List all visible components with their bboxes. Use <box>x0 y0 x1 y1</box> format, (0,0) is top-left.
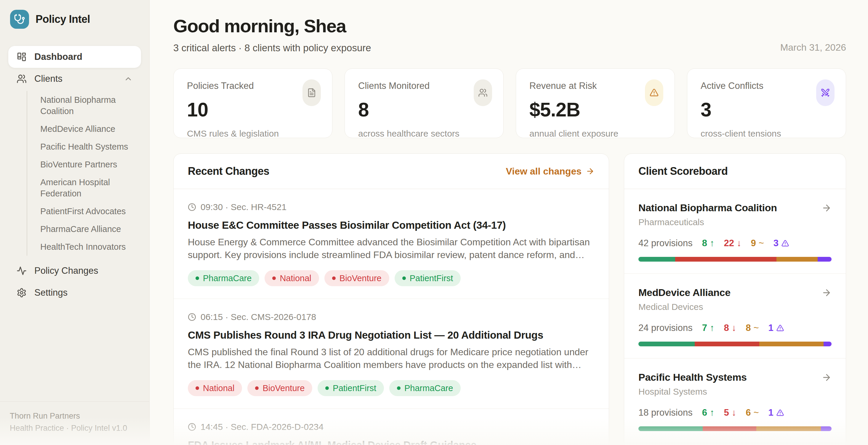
down-arrow-icon: ↓ <box>732 407 737 418</box>
client-name: MedDevice Alliance <box>639 287 731 298</box>
clock-icon <box>188 203 196 211</box>
arrow-right-icon <box>586 167 595 176</box>
tag-dot <box>325 386 329 390</box>
sidebar-client-item[interactable]: MedDevice Alliance <box>40 120 141 138</box>
stat-card: Policies Tracked10CMS rules & legislatio… <box>173 68 332 138</box>
scoreboard-row[interactable]: BioVenture PartnersOncology28 provisions… <box>624 443 846 445</box>
stat-card: Clients Monitored8across healthcare sect… <box>344 68 504 138</box>
stat-neutral: 8~ <box>746 323 759 333</box>
stat-down: 5↓ <box>724 407 736 418</box>
stat-down: 22↓ <box>724 238 741 249</box>
arrow-right-icon[interactable] <box>822 373 832 382</box>
stat-card: Active Conflicts3cross-client tensions <box>687 68 846 138</box>
sidebar: Policy Intel Dashboard Clients National … <box>0 0 150 445</box>
stethoscope-icon <box>10 10 29 29</box>
client-sector: Hospital Systems <box>639 387 832 397</box>
sidebar-client-item[interactable]: National Biopharma Coalition <box>40 91 141 120</box>
brand: Policy Intel <box>8 10 141 29</box>
sidebar-item-label: Dashboard <box>34 52 82 62</box>
stat-label: Revenue at Risk <box>529 81 661 91</box>
down-arrow-icon: ↓ <box>737 238 742 249</box>
sidebar-client-item[interactable]: PharmaCare Alliance <box>40 220 141 238</box>
up-arrow-icon: ↑ <box>710 323 715 333</box>
arrow-right-icon[interactable] <box>822 203 832 213</box>
scoreboard-row[interactable]: Pacific Health SystemsHospital Systems18… <box>624 358 846 443</box>
arrow-right-icon <box>822 203 832 213</box>
change-item[interactable]: 14:45 · Sec. FDA-2026-D-0234FDA Issues L… <box>174 409 609 445</box>
sidebar-item-settings[interactable]: Settings <box>8 282 141 304</box>
scoreboard-row[interactable]: National Biopharma CoalitionPharmaceutic… <box>624 189 846 274</box>
alert-triangle-icon <box>781 240 789 247</box>
changes-list: 09:30 · Sec. HR-4521House E&C Committee … <box>174 189 609 445</box>
client-sector: Medical Devices <box>639 302 832 312</box>
users-icon <box>474 80 492 106</box>
stat-alerts: 1 <box>769 407 784 418</box>
client-tag: PharmaCare <box>389 380 461 396</box>
stat-value: 8 <box>358 98 490 121</box>
provision-breakdown-bar <box>639 257 832 262</box>
client-name: Pacific Health Systems <box>639 372 747 383</box>
stat-caption: cross-client tensions <box>701 129 832 139</box>
stat-value: 10 <box>187 98 319 121</box>
org-name: Thorn Run Partners <box>10 410 140 422</box>
provisions-count: 42 provisions <box>639 238 693 249</box>
change-item[interactable]: 06:15 · Sec. CMS-2026-0178CMS Publishes … <box>174 299 609 409</box>
file-text-icon <box>303 80 321 106</box>
sidebar-client-item[interactable]: American Hospital Federation <box>40 173 141 202</box>
stat-neutral: 6~ <box>746 407 759 418</box>
provision-breakdown-bar <box>639 342 832 346</box>
alert-triangle-icon <box>776 409 784 417</box>
change-meta: 14:45 · Sec. FDA-2026-D-0234 <box>188 422 595 432</box>
client-tag: BioVenture <box>324 270 389 286</box>
stat-label: Policies Tracked <box>187 81 319 91</box>
stat-caption: across healthcare sectors <box>358 129 490 139</box>
section-title: Recent Changes <box>188 165 269 178</box>
scoreboard-row[interactable]: MedDevice AllianceMedical Devices24 prov… <box>624 274 846 358</box>
stat-caption: CMS rules & legislation <box>187 129 319 139</box>
stat-label: Active Conflicts <box>701 81 832 91</box>
sidebar-item-clients[interactable]: Clients <box>8 68 141 90</box>
sidebar-item-dashboard[interactable]: Dashboard <box>8 46 141 68</box>
client-tag-row: PharmaCareNationalBioVenturePatientFirst <box>188 270 595 286</box>
sidebar-client-item[interactable]: HealthTech Innovators <box>40 238 141 256</box>
scoreboard-list: National Biopharma CoalitionPharmaceutic… <box>624 189 846 445</box>
stat-label: Clients Monitored <box>358 81 490 91</box>
app-version: Health Practice · Policy Intel v1.0 <box>10 422 140 434</box>
stat-neutral: 9~ <box>751 238 764 249</box>
stat-alerts: 3 <box>774 238 789 249</box>
sidebar-client-item[interactable]: BioVenture Partners <box>40 156 141 173</box>
stat-card: Revenue at Risk$5.2Bannual client exposu… <box>516 68 675 138</box>
view-all-changes-link[interactable]: View all changes <box>506 166 595 177</box>
alert-triangle-icon <box>776 324 784 332</box>
stat-cards-row: Policies Tracked10CMS rules & legislatio… <box>173 68 846 138</box>
stat-alerts: 1 <box>769 323 784 333</box>
client-tag: National <box>265 270 319 286</box>
change-title: House E&C Committee Passes Biosimilar Co… <box>188 219 595 231</box>
alert-triangle-icon <box>781 240 789 247</box>
sidebar-client-item[interactable]: Pacific Health Systems <box>40 138 141 156</box>
clock-icon <box>188 313 196 321</box>
tag-dot <box>272 277 276 280</box>
client-tag-row: NationalBioVenturePatientFirstPharmaCare <box>188 380 595 396</box>
sidebar-item-label: Settings <box>34 287 67 298</box>
alert-triangle-icon <box>649 88 659 97</box>
app-root: Policy Intel Dashboard Clients National … <box>0 0 868 445</box>
client-tag: PatientFirst <box>317 380 384 396</box>
arrow-right-icon[interactable] <box>822 288 832 298</box>
stat-value: $5.2B <box>529 98 661 121</box>
change-meta: 09:30 · Sec. HR-4521 <box>188 202 595 212</box>
provisions-count: 24 provisions <box>639 323 693 333</box>
up-arrow-icon: ↑ <box>710 238 715 249</box>
chevron-up-icon[interactable] <box>124 74 133 83</box>
tilde-icon: ~ <box>759 238 764 249</box>
sidebar-item-policy-changes[interactable]: Policy Changes <box>8 260 141 282</box>
content-columns: Recent Changes View all changes 09:30 · … <box>173 154 846 445</box>
sidebar-client-item[interactable]: PatientFirst Advocates <box>40 202 141 220</box>
scoreboard-header: Client Scoreboard <box>624 154 846 189</box>
users-icon <box>478 88 488 97</box>
tag-dot <box>195 386 199 390</box>
app-title: Policy Intel <box>36 13 90 26</box>
current-date: March 31, 2026 <box>780 42 846 54</box>
change-item[interactable]: 09:30 · Sec. HR-4521House E&C Committee … <box>174 189 609 299</box>
sidebar-client-list: National Biopharma CoalitionMedDevice Al… <box>27 91 141 256</box>
